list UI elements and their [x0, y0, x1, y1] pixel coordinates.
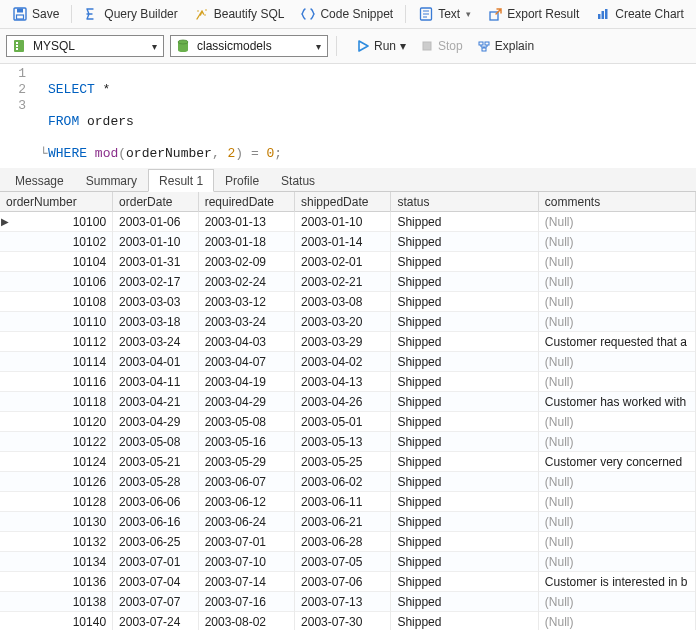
tab-profile[interactable]: Profile [214, 169, 270, 191]
table-row[interactable]: 101222003-05-082003-05-162003-05-13Shipp… [0, 432, 696, 452]
cell-comments[interactable]: (Null) [539, 292, 696, 312]
run-button[interactable]: Run ▾ [351, 37, 411, 55]
cell-requiredDate[interactable]: 2003-07-10 [199, 552, 295, 572]
cell-status[interactable]: Shipped [391, 412, 538, 432]
cell-requiredDate[interactable]: 2003-07-14 [199, 572, 295, 592]
cell-orderNumber[interactable]: 10120 [10, 412, 113, 432]
cell-orderNumber[interactable]: 10114 [10, 352, 113, 372]
cell-orderDate[interactable]: 2003-06-06 [113, 492, 199, 512]
cell-requiredDate[interactable]: 2003-04-19 [199, 372, 295, 392]
table-row[interactable]: 101202003-04-292003-05-082003-05-01Shipp… [0, 412, 696, 432]
cell-orderNumber[interactable]: 10110 [10, 312, 113, 332]
cell-orderDate[interactable]: 2003-07-01 [113, 552, 199, 572]
table-row[interactable]: 101082003-03-032003-03-122003-03-08Shipp… [0, 292, 696, 312]
col-orderNumber[interactable]: orderNumber [0, 192, 113, 212]
beautify-button[interactable]: Beautify SQL [188, 4, 291, 24]
sql-editor[interactable]: 1 2 3 SELECT * FROM orders └WHERE mod(or… [0, 64, 696, 164]
table-row[interactable]: 101382003-07-072003-07-162003-07-13Shipp… [0, 592, 696, 612]
table-row[interactable]: 101182003-04-212003-04-292003-04-26Shipp… [0, 392, 696, 412]
cell-shippedDate[interactable]: 2003-05-13 [295, 432, 391, 452]
table-row[interactable]: 101102003-03-182003-03-242003-03-20Shipp… [0, 312, 696, 332]
cell-orderNumber[interactable]: 10140 [10, 612, 113, 631]
cell-orderNumber[interactable]: 10104 [10, 252, 113, 272]
cell-status[interactable]: Shipped [391, 232, 538, 252]
cell-comments[interactable]: (Null) [539, 212, 696, 232]
cell-orderDate[interactable]: 2003-07-24 [113, 612, 199, 631]
cell-status[interactable]: Shipped [391, 272, 538, 292]
cell-comments[interactable]: (Null) [539, 312, 696, 332]
cell-requiredDate[interactable]: 2003-04-07 [199, 352, 295, 372]
cell-orderNumber[interactable]: 10134 [10, 552, 113, 572]
cell-status[interactable]: Shipped [391, 432, 538, 452]
cell-comments[interactable]: (Null) [539, 352, 696, 372]
cell-orderNumber[interactable]: 10138 [10, 592, 113, 612]
cell-orderDate[interactable]: 2003-03-03 [113, 292, 199, 312]
table-row[interactable]: 101022003-01-102003-01-182003-01-14Shipp… [0, 232, 696, 252]
cell-requiredDate[interactable]: 2003-01-18 [199, 232, 295, 252]
cell-orderDate[interactable]: 2003-03-24 [113, 332, 199, 352]
cell-orderDate[interactable]: 2003-07-04 [113, 572, 199, 592]
cell-status[interactable]: Shipped [391, 392, 538, 412]
cell-shippedDate[interactable]: 2003-06-11 [295, 492, 391, 512]
cell-orderNumber[interactable]: 10130 [10, 512, 113, 532]
table-row[interactable]: 101342003-07-012003-07-102003-07-05Shipp… [0, 552, 696, 572]
cell-comments[interactable]: (Null) [539, 532, 696, 552]
cell-requiredDate[interactable]: 2003-07-16 [199, 592, 295, 612]
cell-orderDate[interactable]: 2003-05-28 [113, 472, 199, 492]
cell-comments[interactable]: (Null) [539, 272, 696, 292]
cell-shippedDate[interactable]: 2003-04-26 [295, 392, 391, 412]
cell-orderNumber[interactable]: 10128 [10, 492, 113, 512]
cell-shippedDate[interactable]: 2003-06-02 [295, 472, 391, 492]
cell-orderDate[interactable]: 2003-03-18 [113, 312, 199, 332]
cell-requiredDate[interactable]: 2003-06-24 [199, 512, 295, 532]
cell-orderNumber[interactable]: 10136 [10, 572, 113, 592]
cell-requiredDate[interactable]: 2003-05-16 [199, 432, 295, 452]
cell-shippedDate[interactable]: 2003-05-25 [295, 452, 391, 472]
cell-requiredDate[interactable]: 2003-02-09 [199, 252, 295, 272]
cell-shippedDate[interactable]: 2003-03-08 [295, 292, 391, 312]
database-selector[interactable]: classicmodels ▾ [170, 35, 328, 57]
cell-orderNumber[interactable]: 10102 [10, 232, 113, 252]
cell-comments[interactable]: (Null) [539, 432, 696, 452]
col-shippedDate[interactable]: shippedDate [295, 192, 391, 212]
cell-orderDate[interactable]: 2003-04-21 [113, 392, 199, 412]
table-row[interactable]: 101122003-03-242003-04-032003-03-29Shipp… [0, 332, 696, 352]
cell-orderDate[interactable]: 2003-02-17 [113, 272, 199, 292]
cell-requiredDate[interactable]: 2003-04-29 [199, 392, 295, 412]
cell-status[interactable]: Shipped [391, 212, 538, 232]
export-button[interactable]: Export Result [481, 4, 585, 24]
cell-orderDate[interactable]: 2003-01-31 [113, 252, 199, 272]
query-builder-button[interactable]: Query Builder [78, 4, 183, 24]
cell-requiredDate[interactable]: 2003-06-12 [199, 492, 295, 512]
cell-status[interactable]: Shipped [391, 332, 538, 352]
table-row[interactable]: 101362003-07-042003-07-142003-07-06Shipp… [0, 572, 696, 592]
cell-status[interactable]: Shipped [391, 252, 538, 272]
cell-comments[interactable]: (Null) [539, 492, 696, 512]
cell-status[interactable]: Shipped [391, 372, 538, 392]
cell-comments[interactable]: (Null) [539, 372, 696, 392]
cell-orderNumber[interactable]: 10112 [10, 332, 113, 352]
table-row[interactable]: 101062003-02-172003-02-242003-02-21Shipp… [0, 272, 696, 292]
cell-orderNumber[interactable]: 10122 [10, 432, 113, 452]
cell-requiredDate[interactable]: 2003-01-13 [199, 212, 295, 232]
cell-comments[interactable]: (Null) [539, 232, 696, 252]
cell-orderNumber[interactable]: 10118 [10, 392, 113, 412]
table-row[interactable]: 101282003-06-062003-06-122003-06-11Shipp… [0, 492, 696, 512]
cell-comments[interactable]: Customer very concerned [539, 452, 696, 472]
cell-comments[interactable]: (Null) [539, 412, 696, 432]
cell-status[interactable]: Shipped [391, 312, 538, 332]
cell-shippedDate[interactable]: 2003-03-20 [295, 312, 391, 332]
cell-orderDate[interactable]: 2003-01-06 [113, 212, 199, 232]
cell-status[interactable]: Shipped [391, 292, 538, 312]
cell-requiredDate[interactable]: 2003-08-02 [199, 612, 295, 631]
cell-shippedDate[interactable]: 2003-02-01 [295, 252, 391, 272]
cell-orderDate[interactable]: 2003-04-01 [113, 352, 199, 372]
cell-shippedDate[interactable]: 2003-06-21 [295, 512, 391, 532]
cell-status[interactable]: Shipped [391, 452, 538, 472]
col-status[interactable]: status [391, 192, 538, 212]
cell-shippedDate[interactable]: 2003-06-28 [295, 532, 391, 552]
text-button[interactable]: Text ▾ [412, 4, 477, 24]
cell-comments[interactable]: (Null) [539, 512, 696, 532]
cell-comments[interactable]: Customer has worked with [539, 392, 696, 412]
cell-orderDate[interactable]: 2003-04-29 [113, 412, 199, 432]
